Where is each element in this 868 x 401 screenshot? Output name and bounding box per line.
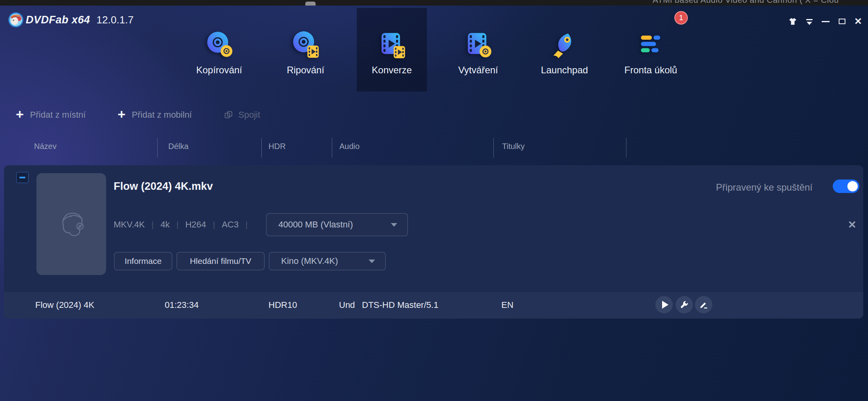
app-version: 12.0.1.7: [97, 14, 134, 26]
column-header-hdr: HDR: [268, 142, 286, 151]
meta-divider: |: [213, 220, 215, 229]
table-header: Název Délka HDR Audio Titulky: [0, 136, 868, 160]
pencil-icon: [699, 300, 708, 309]
tab-label: Vytváření: [458, 65, 498, 76]
movie-search-button[interactable]: Hledání filmu/TV: [177, 252, 265, 270]
background-window-strip: ATMl based Audio Video and Cannon ( X = …: [0, 0, 868, 6]
tab-label: Fronta úkolů: [624, 65, 677, 76]
plus-icon: +: [118, 107, 126, 121]
merge-button[interactable]: Spojit: [224, 105, 260, 124]
tab-ripovani[interactable]: Ripování: [270, 8, 341, 92]
plus-icon: +: [16, 107, 24, 121]
row-subtitles: EN: [501, 300, 514, 310]
add-local-label: Přidat z místní: [30, 110, 86, 120]
row-name: Flow (2024) 4K: [35, 300, 94, 310]
row-hdr: HDR10: [268, 300, 297, 310]
meta-divider: |: [152, 220, 154, 229]
create-film-disc-icon: [464, 31, 493, 59]
status-label: Připravený ke spuštění: [716, 182, 813, 193]
item-meta: MKV.4K | 4k | H264 | AC3 |: [114, 219, 254, 231]
column-header-nazev: Název: [34, 142, 57, 151]
video-edit-button[interactable]: [695, 296, 712, 313]
title-detail-row[interactable]: Flow (2024) 4K 01:23:34 HDR10 Und DTS-HD…: [4, 292, 863, 319]
add-local-button[interactable]: + Přidat z místní: [16, 105, 86, 124]
close-button[interactable]: ✕: [853, 13, 863, 29]
meta-audio: AC3: [222, 220, 239, 230]
chevron-down-icon: [391, 223, 397, 227]
minimize-button[interactable]: [820, 13, 831, 29]
media-item-card: Flow (2024) 4K.mkv Připravený ke spuštěn…: [4, 165, 863, 319]
item-title: Flow (2024) 4K.mkv: [114, 180, 213, 193]
column-header-audio: Audio: [339, 142, 360, 151]
main-nav: Kopírování Ripování: [184, 8, 686, 92]
app-name: DVDFab x64: [26, 14, 90, 26]
ready-toggle[interactable]: [833, 179, 859, 193]
wrench-icon: [680, 300, 689, 309]
toggle-knob: [847, 181, 858, 191]
size-dropdown-value: 40000 MB (Vlastní): [278, 220, 353, 230]
advanced-settings-button[interactable]: [676, 296, 693, 313]
meta-divider: |: [176, 220, 178, 229]
convert-film-film-icon: [378, 31, 406, 59]
video-thumbnail[interactable]: [36, 173, 106, 275]
launchpad-rocket-icon: [550, 31, 579, 59]
row-audio-lang: Und: [339, 300, 355, 310]
copy-disc-disc-icon: [205, 31, 234, 59]
tab-vytvareni[interactable]: Vytváření: [443, 8, 513, 92]
meta-divider: |: [246, 220, 247, 229]
task-queue-icon: [637, 31, 665, 59]
menu-dropdown-icon[interactable]: [804, 13, 815, 29]
play-preview-button[interactable]: [655, 296, 673, 313]
add-mobile-button[interactable]: + Přidat z mobilní: [118, 105, 192, 124]
profile-dropdown-value: Kino (MKV.4K): [281, 256, 338, 266]
dvdfab-logo-icon: [8, 12, 24, 28]
column-header-delka: Délka: [168, 142, 188, 151]
toolbar: + Přidat z místní + Přidat z mobilní Spo…: [0, 105, 868, 124]
tab-label: Konverze: [372, 65, 412, 76]
column-divider: [626, 138, 626, 158]
meta-codec: H264: [185, 220, 206, 230]
minus-icon: [19, 177, 25, 178]
rip-disc-film-icon: [291, 31, 320, 59]
play-icon: [662, 301, 668, 309]
info-button[interactable]: Informace: [114, 252, 172, 270]
dvdfab-window: DVDFab x64 12.0.1.7 1 ✕ Kopírování: [0, 6, 868, 401]
theme-tshirt-icon[interactable]: [788, 13, 798, 29]
chevron-down-icon: [369, 260, 375, 263]
tab-fronta-ukolu[interactable]: Fronta úkolů: [616, 8, 686, 92]
tab-label: Kopírování: [196, 65, 242, 76]
column-header-titulky: Titulky: [502, 142, 525, 151]
profile-dropdown[interactable]: Kino (MKV.4K): [269, 252, 386, 270]
row-audio-codec: DTS-HD Master/5.1: [362, 300, 438, 310]
merge-label: Spojit: [238, 110, 260, 120]
column-divider: [332, 138, 332, 158]
background-window-title: ATMl based Audio Video and Cannon ( X = …: [653, 0, 839, 5]
meta-resolution: 4k: [160, 220, 169, 230]
creature-outline-icon: [51, 202, 91, 246]
row-length: 01:23:34: [165, 300, 199, 310]
collapse-button[interactable]: [16, 172, 29, 183]
column-divider: [157, 138, 158, 158]
add-mobile-label: Přidat z mobilní: [132, 110, 192, 120]
tab-kopirovani[interactable]: Kopírování: [184, 8, 254, 92]
remove-item-button[interactable]: ✕: [845, 218, 859, 232]
tab-label: Launchpad: [541, 65, 588, 76]
tab-launchpad[interactable]: Launchpad: [529, 8, 600, 92]
merge-icon: [224, 111, 233, 119]
app-logo: DVDFab x64 12.0.1.7: [8, 12, 134, 28]
background-window-fragment: [305, 2, 316, 6]
size-dropdown[interactable]: 40000 MB (Vlastní): [266, 213, 408, 236]
tab-konverze[interactable]: Konverze: [357, 8, 427, 92]
meta-format: MKV.4K: [114, 220, 145, 230]
tab-label: Ripování: [287, 65, 324, 76]
column-divider: [261, 138, 262, 158]
maximize-button[interactable]: [837, 13, 847, 29]
column-divider: [493, 138, 494, 158]
